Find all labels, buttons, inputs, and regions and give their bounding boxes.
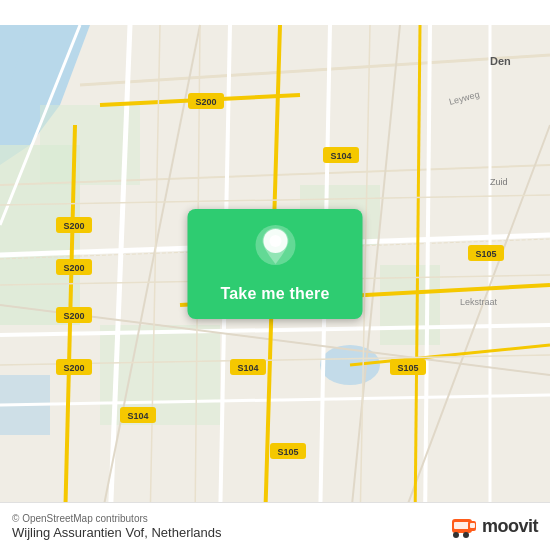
svg-text:S105: S105: [397, 363, 418, 373]
footer-bar: © OpenStreetMap contributors Wijling Ass…: [0, 502, 550, 550]
svg-point-69: [453, 532, 459, 538]
svg-text:S200: S200: [63, 363, 84, 373]
take-me-there-label: Take me there: [220, 285, 329, 303]
location-name: Wijling Assurantien Vof, Netherlands: [12, 525, 222, 540]
svg-text:S104: S104: [127, 411, 148, 421]
svg-point-66: [269, 235, 281, 247]
svg-text:S104: S104: [330, 151, 351, 161]
footer-left: © OpenStreetMap contributors Wijling Ass…: [12, 513, 222, 540]
take-me-there-button[interactable]: Take me there: [188, 209, 363, 319]
svg-text:S200: S200: [63, 263, 84, 273]
location-pin-icon: [253, 223, 297, 267]
svg-text:S200: S200: [63, 221, 84, 231]
svg-text:S105: S105: [277, 447, 298, 457]
svg-text:Lekstraat: Lekstraat: [460, 297, 498, 307]
osm-credit: © OpenStreetMap contributors: [12, 513, 222, 524]
svg-rect-68: [454, 522, 470, 529]
svg-rect-72: [470, 523, 475, 528]
moovit-logo: moovit: [450, 513, 538, 541]
moovit-icon: [450, 513, 478, 541]
svg-text:S200: S200: [63, 311, 84, 321]
map-container: S200 S200 S200 S200 S200 S104 S104 S104 …: [0, 0, 550, 550]
svg-point-70: [463, 532, 469, 538]
svg-text:S105: S105: [475, 249, 496, 259]
svg-text:Den: Den: [490, 55, 511, 67]
svg-text:S200: S200: [195, 97, 216, 107]
svg-text:S104: S104: [237, 363, 258, 373]
svg-text:Zuid: Zuid: [490, 177, 508, 187]
moovit-text: moovit: [482, 516, 538, 537]
